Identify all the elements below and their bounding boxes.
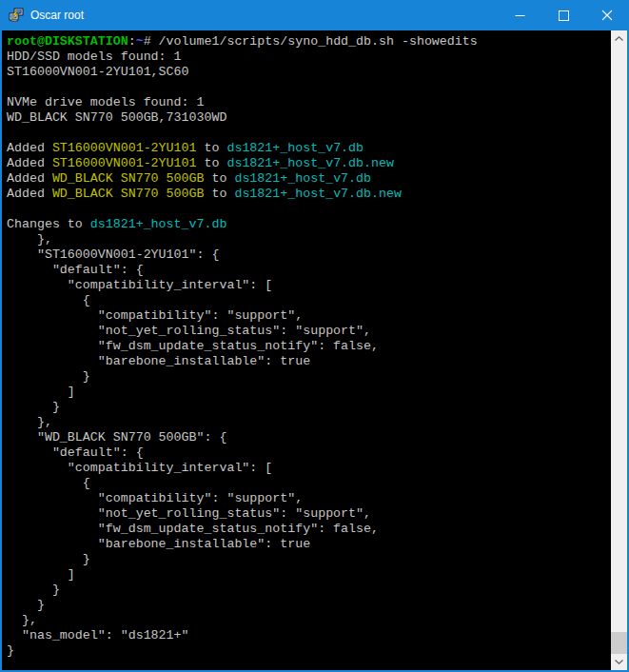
scroll-down-button[interactable] — [611, 654, 627, 670]
terminal-line: "barebone_installable": true — [7, 354, 611, 369]
terminal-line — [7, 202, 611, 217]
minimize-button[interactable] — [498, 0, 541, 30]
terminal-line: "default": { — [7, 263, 611, 278]
terminal-line: "fw_dsm_update_status_notify": false, — [7, 522, 611, 537]
scrollbar[interactable] — [611, 30, 627, 670]
terminal-line: } — [7, 400, 611, 415]
terminal-line: { — [7, 476, 611, 491]
terminal-line: "nas_model": "ds1821+" — [7, 628, 611, 643]
terminal-line: NVMe drive models found: 1 — [7, 95, 611, 110]
terminal-line: "compatibility_interval": [ — [7, 278, 611, 293]
window-title: Oscar root — [30, 0, 498, 30]
scroll-up-button[interactable] — [611, 30, 627, 47]
terminal-line — [7, 126, 611, 141]
scrollbar-thumb[interactable] — [611, 632, 627, 654]
terminal-line: Changes to ds1821+_host_v7.db — [7, 217, 611, 232]
window-body: root@DISKSTATION:~# /volume1/scripts/syn… — [0, 30, 629, 672]
close-icon — [601, 10, 613, 21]
terminal-line: } — [7, 552, 611, 567]
title-bar[interactable]: Oscar root — [0, 0, 629, 30]
terminal-line: Added ST16000VN001-2YU101 to ds1821+_hos… — [7, 156, 611, 171]
terminal-line: "fw_dsm_update_status_notify": false, — [7, 339, 611, 354]
terminal-line: Added WD_BLACK SN770 500GB to ds1821+_ho… — [7, 187, 611, 202]
terminal-line: "default": { — [7, 445, 611, 461]
terminal-line: "not_yet_rolling_status": "support", — [7, 506, 611, 522]
terminal-line: "not_yet_rolling_status": "support", — [7, 324, 611, 339]
terminal-line: ] — [7, 567, 611, 583]
terminal-line: Added ST16000VN001-2YU101 to ds1821+_hos… — [7, 141, 611, 156]
terminal-line: ST16000VN001-2YU101,SC60 — [7, 65, 611, 80]
terminal-line: ] — [7, 385, 611, 400]
terminal-line: root@DISKSTATION:~# /volume1/scripts/syn… — [7, 34, 611, 49]
putty-window: Oscar root root@DISKSTATION:~# /volume1/… — [0, 0, 629, 672]
terminal-line: }, — [7, 613, 611, 628]
maximize-button[interactable] — [541, 0, 585, 30]
terminal-line: "WD_BLACK SN770 500GB": { — [7, 430, 611, 445]
chevron-down-icon — [615, 660, 623, 664]
terminal-line: } — [7, 369, 611, 385]
terminal-line: "compatibility_interval": [ — [7, 461, 611, 476]
terminal-line: } — [7, 598, 611, 613]
terminal-line: HDD/SSD models found: 1 — [7, 49, 611, 65]
terminal-line: "compatibility": "support", — [7, 308, 611, 324]
maximize-icon — [559, 10, 569, 21]
terminal-line: }, — [7, 415, 611, 430]
chevron-up-icon — [615, 36, 623, 41]
window-controls — [498, 0, 629, 30]
terminal-line: }, — [7, 232, 611, 247]
minimize-icon — [515, 10, 525, 21]
terminal-output[interactable]: root@DISKSTATION:~# /volume1/scripts/syn… — [2, 30, 611, 670]
terminal-line: } — [7, 583, 611, 598]
putty-terminal-icon — [9, 8, 24, 23]
close-button[interactable] — [585, 0, 629, 30]
terminal-line: "ST16000VN001-2YU101": { — [7, 247, 611, 263]
terminal-line: } — [7, 643, 611, 659]
terminal-line: WD_BLACK SN770 500GB,731030WD — [7, 110, 611, 126]
terminal-line — [7, 80, 611, 95]
terminal-line: "barebone_installable": true — [7, 537, 611, 552]
terminal-line: { — [7, 293, 611, 308]
terminal-line: Added WD_BLACK SN770 500GB to ds1821+_ho… — [7, 171, 611, 187]
terminal-line: "compatibility": "support", — [7, 491, 611, 506]
